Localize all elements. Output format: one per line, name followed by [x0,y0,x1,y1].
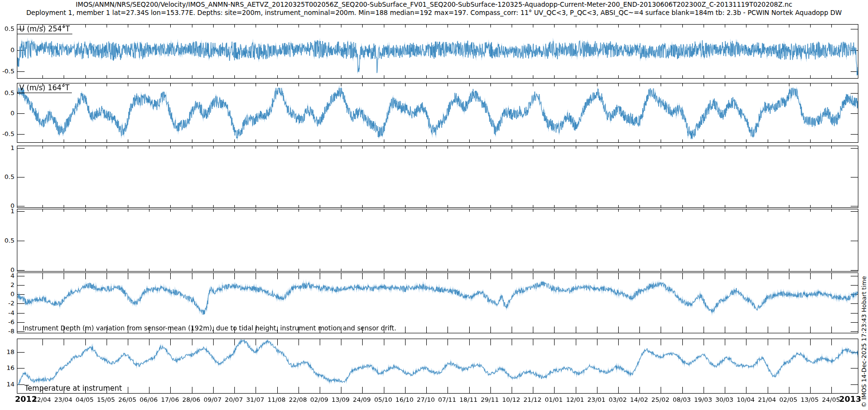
x-tick-label: 15/05 [95,396,117,403]
x-axis-year-start: 2012 [15,395,37,404]
y-tick-label: 0.5 [0,174,14,180]
x-tick-label: 23/01 [586,396,607,403]
copyright-watermark: © IMOS 14-Dec-2025 17:23:43 Hobart time [860,234,868,408]
x-tick-label: 08/03 [671,396,692,403]
figure-subtitle: Deployment 1, member 1 lat=27.34S lon=15… [0,9,868,16]
x-tick-label: 31/07 [244,396,266,403]
y-tick-label: -0.5 [0,131,14,137]
x-tick-label: 13/05 [799,396,820,403]
x-tick-label: 23/04 [53,396,74,403]
panel-empty-1 [17,146,858,208]
x-tick-label: 26/05 [117,396,138,403]
x-tick-label: 02/05 [778,396,799,403]
x-tick-label: 17/06 [159,396,180,403]
depth-panel-label: Instrument Depth (m) variation from sens… [23,325,396,332]
y-tick-label: 16 [0,365,14,371]
empty-plot-canvas-1 [17,146,858,207]
x-tick-label: 14/02 [628,396,650,403]
x-tick-label: 01/01 [543,396,564,403]
v-velocity-plot-canvas [17,83,858,142]
x-tick-label: 10/04 [735,396,756,403]
x-tick-label: 13/09 [330,396,351,403]
y-tick-label: -8 [0,328,14,335]
x-tick-label: 24/09 [351,396,372,403]
x-tick-label: 20/07 [223,396,244,403]
x-tick-label: 29/11 [479,396,501,403]
x-tick-label: 18/11 [458,396,479,403]
x-tick-label: 12/01 [565,396,586,403]
panel-v-velocity: V (m/s) 164°T [17,83,858,143]
x-tick-label: 05/10 [373,396,394,403]
panel-empty-2 [17,209,858,272]
x-tick-label: 06/06 [138,396,159,403]
y-tick-label: 0 [0,291,14,298]
x-tick-label: 22/08 [287,396,309,403]
empty-plot-canvas-2 [17,209,858,271]
y-tick-label: -4 [0,310,14,316]
temperature-panel-label: Temperature at instrument [25,384,122,393]
y-tick-label: 1 [0,145,14,151]
y-tick-label: 0.5 [0,237,14,244]
y-tick-label: 0 [0,110,14,117]
x-tick-label: 21/12 [522,396,543,403]
x-tick-label: 28/06 [181,396,202,403]
panel-instrument-depth: Instrument Depth (m) variation from sens… [17,273,858,333]
u-velocity-plot-canvas [17,25,858,78]
v-panel-label: V (m/s) 164°T [17,83,72,93]
x-tick-label: 02/09 [309,396,330,403]
panel-u-velocity: U (m/s) 254°T [17,24,858,79]
y-tick-label: -2 [0,300,14,307]
x-tick-label: 09/07 [202,396,223,403]
x-tick-label: 11/08 [266,396,287,403]
x-tick-label: 19/03 [692,396,714,403]
y-tick-label: -0.5 [0,68,14,75]
x-axis-year-end: 2013 [839,395,861,404]
y-tick-label: 0 [0,47,14,54]
x-tick-label: 04/05 [74,396,95,403]
x-tick-label: 10/12 [501,396,522,403]
x-tick-label: 16/10 [394,396,415,403]
x-tick-label: 24/05 [820,396,841,403]
y-tick-label: 0.5 [0,26,14,32]
y-tick-label: -6 [0,319,14,326]
x-tick-label: 25/02 [650,396,671,403]
x-tick-label: 07/11 [436,396,458,403]
x-tick-label: 03/02 [607,396,628,403]
panel-temperature: Temperature at instrument [17,339,858,394]
y-tick-label: 18 [0,349,14,355]
temperature-plot-canvas [17,339,858,393]
y-tick-label: 0.5 [0,90,14,96]
y-tick-label: 2 [0,282,14,288]
u-panel-label: U (m/s) 254°T [17,25,72,34]
depth-plot-canvas [17,273,858,333]
x-tick-label: 30/03 [714,396,735,403]
y-tick-label: 1 [0,208,14,215]
figure-title: IMOS/ANMN/NRS/SEQ200/Velocity/IMOS_ANMN-… [0,0,868,8]
y-tick-label: 14 [0,381,14,388]
x-tick-label: 21/04 [757,396,778,403]
y-tick-label: 4 [0,273,14,279]
x-tick-label: 27/10 [415,396,436,403]
